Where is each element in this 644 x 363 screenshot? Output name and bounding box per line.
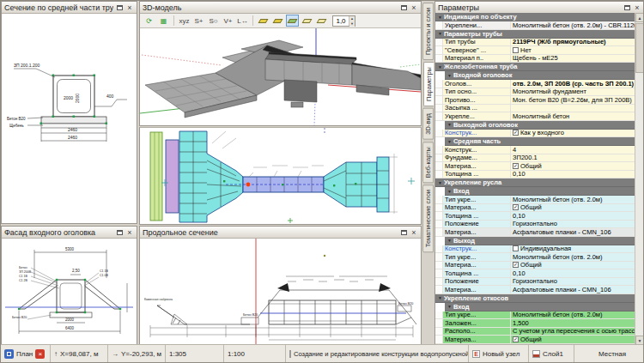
close-icon[interactable]: × — [125, 3, 134, 12]
spinner-down-icon[interactable]: ▼ — [349, 21, 355, 27]
model3d-titlebar[interactable]: 3D-модель × — [140, 2, 421, 14]
param-value[interactable]: Горизонтально — [511, 277, 635, 285]
side-tab[interactable]: Тематические слои — [422, 185, 434, 252]
checkbox[interactable] — [513, 47, 519, 53]
param-value[interactable]: ✓Общий — [511, 162, 635, 170]
status-scale-vertical[interactable]: 1:100 — [224, 345, 286, 362]
param-section-header[interactable]: ▼Параметры трубы — [435, 30, 635, 39]
checkbox[interactable] — [513, 245, 519, 251]
checkbox[interactable]: ✓ — [513, 163, 519, 169]
longitudinal-canvas[interactable]: Каменная наброска Бетон В20 Бетон В20 — [140, 239, 421, 345]
param-row[interactable]: Материа...✓Общий — [435, 336, 635, 344]
param-value[interactable]: 0,10 — [511, 170, 635, 178]
float-window-icon[interactable] — [399, 3, 408, 12]
param-value[interactable]: ✓Общий — [511, 203, 635, 211]
close-icon[interactable]: × — [633, 3, 641, 12]
param-value[interactable]: отв. 2.0м, ЗП 200В (ср. часть ЗП 200.1) — [511, 80, 635, 88]
param-row[interactable]: Конструк...Индивидуальная — [435, 245, 635, 254]
longitudinal-titlebar[interactable]: Продольное сечение × — [140, 227, 421, 239]
checkbox[interactable]: ✓ — [513, 262, 519, 268]
side-tab[interactable]: Веб-карты — [422, 142, 434, 183]
xyz-axes-icon[interactable]: xyz — [178, 15, 191, 27]
param-row[interactable]: Толщина ...0,10 — [435, 171, 635, 179]
param-section-header[interactable]: ▼Укрепление откосов — [435, 294, 635, 303]
param-row[interactable]: Укрепле...Монолитный бетон — [435, 112, 635, 121]
status-node[interactable]: Е Новый узел — [469, 345, 529, 362]
slab-wire-icon[interactable] — [257, 15, 270, 27]
checkbox[interactable]: ✓ — [513, 336, 519, 342]
param-section-header[interactable]: ▼Средняя часть — [445, 137, 635, 146]
param-section-header[interactable]: ▼Железобетонная труба — [435, 63, 635, 71]
param-row[interactable]: Оголов...отв. 2.0м, ЗП 200В (ср. часть З… — [435, 80, 635, 88]
slab-shaded-icon[interactable] — [286, 15, 299, 27]
param-value[interactable]: 2119РЧ (Ж/б прямоугольные) — [511, 38, 635, 45]
param-value[interactable]: Нет — [511, 46, 635, 54]
close-icon[interactable]: × — [125, 228, 134, 237]
status-coordinate-system[interactable]: Местная — [574, 345, 643, 362]
param-row[interactable]: ПоложениеГоризонтально — [435, 278, 635, 287]
param-row[interactable]: Материа...Асфальтовые планки - CMN_106 — [435, 228, 635, 237]
param-value[interactable]: 4 — [511, 146, 635, 154]
param-value[interactable]: Щебень - мЕ25 — [511, 54, 635, 62]
float-window-icon[interactable] — [115, 228, 124, 237]
param-row[interactable]: Конструк...4 — [435, 146, 635, 154]
param-row[interactable]: Материа...✓Общий — [435, 162, 635, 171]
checkbox[interactable]: ✓ — [513, 204, 519, 210]
side-tab[interactable]: 3D-вид — [422, 108, 434, 140]
model3d-viewport[interactable] — [140, 28, 421, 125]
param-value[interactable]: Монолитный бетон (отв. 2.0м) — [511, 311, 635, 318]
facade-canvas[interactable]: 5300 2,50 2000 6400 Бетон ЗП 200В С1 1В … — [2, 239, 137, 345]
param-section-header[interactable]: ▼Укрепление русла — [435, 178, 635, 187]
param-section-header[interactable]: ▼Выходной оголовок — [445, 121, 635, 130]
float-window-icon[interactable] — [115, 3, 124, 12]
param-value[interactable]: Монолитный фундамент — [511, 88, 635, 95]
param-value[interactable]: ЗП200.1 — [511, 154, 635, 161]
param-row[interactable]: Материа...✓Общий — [435, 204, 635, 213]
float-window-icon[interactable] — [399, 228, 408, 237]
param-row[interactable]: Заложен...1,500 — [435, 319, 635, 328]
param-section-header[interactable]: ▼Вход — [445, 187, 635, 196]
param-row[interactable]: ПоложениеГоризонтально — [435, 221, 635, 229]
param-value[interactable]: Монолитный бетон (отв. 2.0м) — [511, 253, 635, 261]
param-value[interactable]: ✓Общий — [511, 336, 635, 343]
scroll-up-icon[interactable]: ▲ — [635, 13, 644, 22]
parameters-titlebar[interactable]: Параметры × — [435, 2, 644, 14]
slab-yellow-icon[interactable] — [271, 15, 284, 27]
param-row[interactable]: Толщина ...0,10 — [435, 212, 635, 221]
param-row[interactable]: Тип трубы2119РЧ (Ж/б прямоугольные) — [435, 39, 635, 47]
slab-flat2-icon[interactable] — [315, 15, 328, 27]
length-l-icon[interactable]: L↔ — [236, 15, 249, 27]
param-row[interactable]: Толщина ...0,10 — [435, 269, 635, 278]
param-row[interactable]: Материал п..Щебень - мЕ25 — [435, 55, 635, 64]
scale-spinner[interactable]: 1,0▲▼ — [332, 15, 355, 27]
param-value[interactable]: Монолитный бетон — [511, 112, 635, 120]
param-section-header[interactable]: ▼Вход — [445, 303, 635, 312]
snap-s2-icon[interactable]: S○ — [207, 15, 220, 27]
checkbox[interactable]: ✓ — [513, 130, 519, 136]
param-value[interactable]: Мон. бетон В20 (В=2.26м, для ЗП 200В) — [511, 96, 635, 104]
param-row[interactable]: Тип укре...Монолитный бетон (отв. 2.0м) — [435, 253, 635, 262]
param-section-header[interactable]: ▼Входной оголовок — [445, 71, 635, 80]
close-icon[interactable]: × — [410, 3, 418, 12]
param-row[interactable]: Укреплени...Монолитный бетон (отв. 2.0м)… — [435, 21, 635, 30]
param-value[interactable]: Асфальтовые планки - CMN_106 — [511, 228, 635, 236]
regenerate-model-icon[interactable]: ▦ — [157, 15, 170, 27]
status-layer[interactable]: Слой1 — [529, 345, 574, 362]
param-row[interactable]: Противо...Мон. бетон В20 (В=2.26м, для З… — [435, 96, 635, 105]
param-row[interactable]: Материа...✓Общий — [435, 262, 635, 270]
snap-s1-icon[interactable]: S+ — [192, 15, 205, 27]
param-section-header[interactable]: ▼Выход — [445, 237, 635, 245]
param-value[interactable]: 1,500 — [511, 319, 635, 327]
float-window-icon[interactable] — [623, 3, 631, 12]
param-row[interactable]: Конструк...✓Как у входного — [435, 130, 635, 138]
param-value[interactable]: С учетом угла пересечения с осью трассы — [511, 327, 635, 335]
param-value[interactable]: Монолитный бетон (отв. 2.0м) — [511, 196, 635, 203]
close-tab-icon[interactable]: × — [35, 349, 45, 359]
param-value[interactable]: 0,10 — [511, 269, 635, 277]
param-row[interactable]: Засыпка ... — [435, 105, 635, 113]
param-row[interactable]: Тип укре...Монолитный бетон (отв. 2.0м) — [435, 312, 635, 320]
param-value[interactable]: Монолитный бетон (отв. 2.0м) - CBR.1120 — [511, 21, 635, 29]
scrollbar-thumb[interactable] — [635, 23, 644, 73]
status-scale-horizontal[interactable]: 1:305 — [166, 345, 224, 362]
plan-tab[interactable]: План × — [1, 345, 51, 362]
